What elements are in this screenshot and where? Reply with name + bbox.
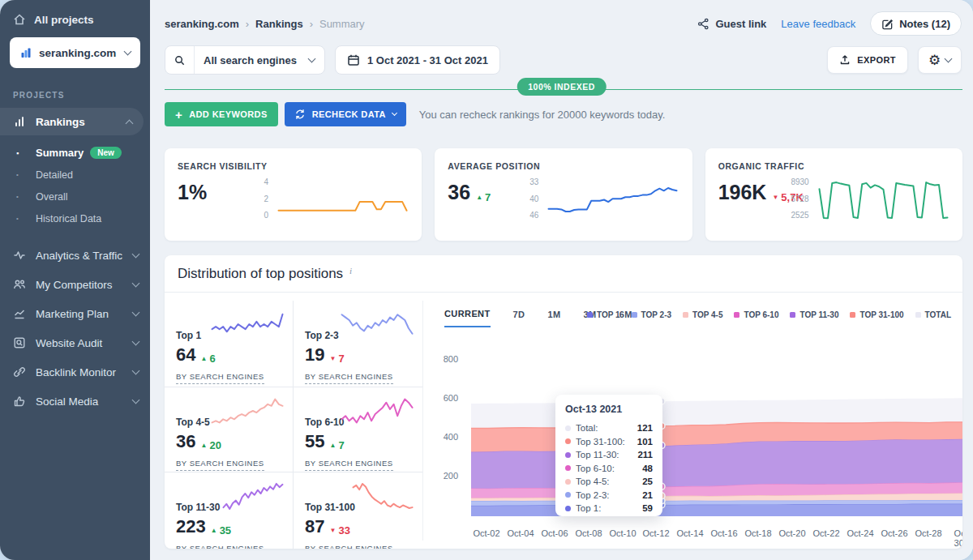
mini-title: Top 4-5	[176, 417, 210, 428]
sidebar-nav: Analytics & Traffic My Competitors Marke…	[0, 241, 150, 416]
sidebar-item-analytics-traffic[interactable]: Analytics & Traffic	[0, 241, 150, 270]
export-label: EXPORT	[857, 55, 896, 65]
export-button[interactable]: EXPORT	[827, 46, 908, 74]
sidebar-item-historical-data[interactable]: • Historical Data	[0, 207, 150, 229]
sidebar-item-social-media[interactable]: Social Media	[0, 387, 150, 416]
chevron-down-icon	[392, 110, 397, 116]
mini-delta: ▲20	[200, 439, 221, 451]
tab-7d[interactable]: 7D	[513, 310, 525, 327]
chevron-down-icon	[132, 250, 140, 259]
top1-sparkline	[210, 307, 285, 341]
date-range-value: 1 Oct 2021 - 31 Oct 2021	[367, 54, 488, 66]
sidebar-item-marketing-plan[interactable]: Marketing Plan	[0, 299, 150, 328]
visibility-chart: 420	[242, 177, 409, 223]
by-search-engines-link[interactable]: BY SEARCH ENGINES	[176, 459, 264, 471]
chevron-down-icon	[132, 396, 140, 404]
legend-top2-3[interactable]: TOP 2-3	[632, 310, 671, 319]
position-sparkline	[547, 177, 679, 223]
historical-data-label: Historical Data	[36, 213, 101, 224]
x-axis-label: Oct-20	[778, 528, 805, 538]
rankings-subnav: ▪ Summary New • Detailed • Overall • His…	[0, 142, 150, 229]
by-search-engines-link[interactable]: BY SEARCH ENGINES	[305, 459, 393, 471]
tooltip-row: Top 31-100:101	[565, 435, 653, 449]
x-axis-label: Oct-02	[473, 528, 499, 538]
gear-icon: ⚙	[928, 53, 941, 67]
home-icon	[13, 13, 26, 26]
settings-button[interactable]: ⚙	[918, 46, 962, 74]
top4-5-sparkline	[210, 394, 285, 428]
sidebar-item-detailed[interactable]: • Detailed	[0, 164, 150, 186]
actions-row: + ADD KEYWORDS RECHECK DATA You can rech…	[165, 102, 665, 126]
mini-title: Top 2-3	[305, 330, 339, 341]
all-projects-link[interactable]: All projects	[0, 0, 150, 26]
link-icon	[13, 365, 26, 378]
chevron-down-icon	[308, 55, 316, 63]
x-axis-label: Oct-08	[575, 528, 602, 538]
calendar-icon	[347, 53, 360, 66]
legend-top1[interactable]: TOP 1	[587, 310, 620, 319]
sidebar-item-rankings[interactable]: Rankings	[0, 108, 144, 135]
tab-current[interactable]: CURRENT	[444, 309, 491, 327]
bullet-icon: •	[16, 193, 36, 200]
mini-delta: ▼7	[329, 353, 344, 365]
detailed-label: Detailed	[36, 169, 73, 181]
legend-total[interactable]: TOTAL	[915, 310, 951, 319]
chevron-down-icon	[132, 309, 140, 317]
add-keywords-button[interactable]: + ADD KEYWORDS	[165, 102, 278, 126]
date-range-picker[interactable]: 1 Oct 2021 - 31 Oct 2021	[335, 45, 500, 75]
sidebar-item-summary[interactable]: ▪ Summary New	[0, 142, 150, 164]
mini-value: 87	[305, 516, 324, 537]
mini-value: 55	[305, 431, 324, 452]
top6-10-mini-card: Top 6-10 55▲7 BY SEARCH ENGINES	[294, 387, 422, 472]
total-dot-icon	[565, 425, 571, 431]
by-search-engines-link[interactable]: BY SEARCH ENGINES	[176, 372, 264, 384]
my-competitors-label: My Competitors	[36, 279, 123, 291]
mini-title: Top 11-30	[176, 502, 220, 513]
legend-top11-30[interactable]: TOP 11-30	[790, 310, 838, 319]
tab-1m[interactable]: 1M	[547, 310, 560, 327]
project-selector[interactable]: seranking.com	[10, 37, 140, 68]
sidebar-item-my-competitors[interactable]: My Competitors	[0, 270, 150, 299]
project-name: seranking.com	[39, 47, 118, 59]
by-search-engines-link[interactable]: BY SEARCH ENGINES	[176, 544, 264, 549]
metric-cards: SEARCH VISIBILITY 1% 420 AVERAGE POSITIO…	[165, 148, 962, 241]
breadcrumb-project[interactable]: seranking.com	[165, 18, 239, 30]
stacked-area-chart[interactable]	[469, 348, 962, 523]
guest-link-label: Guest link	[715, 18, 766, 30]
sidebar-item-backlink-monitor[interactable]: Backlink Monitor	[0, 357, 150, 387]
tooltip-row: Top 1:59	[565, 502, 653, 515]
panel-divider	[422, 301, 423, 541]
by-search-engines-link[interactable]: BY SEARCH ENGINES	[305, 372, 393, 384]
card-title: SEARCH VISIBILITY	[178, 161, 409, 171]
rankings-label: Rankings	[36, 116, 117, 128]
y-axis-label: 800	[429, 354, 458, 364]
by-search-engines-link[interactable]: BY SEARCH ENGINES	[305, 544, 393, 549]
y-axis-label: 400	[429, 432, 458, 442]
x-axis-label: Oct-04	[507, 528, 534, 538]
breadcrumb-rankings[interactable]: Rankings	[255, 18, 303, 30]
recheck-data-button[interactable]: RECHECK DATA	[285, 102, 406, 126]
pencil-icon	[881, 18, 894, 30]
visibility-value: 1%	[178, 181, 207, 204]
share-icon	[697, 18, 709, 30]
overall-label: Overall	[36, 191, 68, 203]
top31-100-dot-icon	[565, 438, 571, 444]
distribution-card: Distribution of top positions i Top 1 64…	[165, 255, 962, 549]
refresh-icon	[294, 109, 306, 120]
breadcrumb-separator: ›	[310, 18, 313, 30]
position-delta: ▲7	[476, 191, 491, 203]
legend-top4-5[interactable]: TOP 4-5	[683, 310, 722, 319]
filter-bar: All search engines 1 Oct 2021 - 31 Oct 2…	[165, 45, 962, 75]
legend-top31-100[interactable]: TOP 31-100	[850, 310, 903, 319]
sidebar-item-website-audit[interactable]: Website Audit	[0, 328, 150, 357]
search-engines-select[interactable]: All search engines	[165, 45, 325, 75]
x-axis-label: Oct-16	[710, 528, 737, 538]
guest-link-button[interactable]: Guest link	[697, 18, 766, 30]
chevron-down-icon	[132, 367, 140, 375]
info-icon[interactable]: i	[349, 266, 352, 276]
notes-button[interactable]: Notes (12)	[870, 11, 962, 36]
leave-feedback-link[interactable]: Leave feedback	[781, 18, 855, 30]
bullet-icon: •	[16, 215, 36, 222]
legend-top6-10[interactable]: TOP 6-10	[734, 310, 778, 319]
sidebar-item-overall[interactable]: • Overall	[0, 186, 150, 207]
